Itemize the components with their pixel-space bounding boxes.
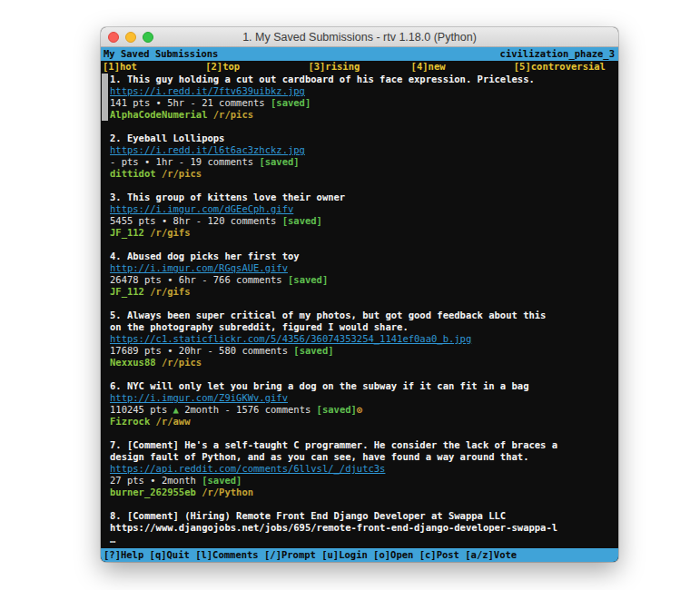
submission-stats: - pts • 1hr - 19 comments [saved] xyxy=(110,156,615,168)
submission-byline: AlphaCodeNumerial /r/pics xyxy=(110,109,615,121)
truncation-ellipsis: … xyxy=(110,534,615,546)
submission-item-7[interactable]: 7. [Comment] He's a self-taught C progra… xyxy=(101,439,615,498)
submission-item-2[interactable]: 2. Eyeball Lollipops https://i.redd.it/l… xyxy=(101,133,615,180)
submission-title: 7. [Comment] He's a self-taught C progra… xyxy=(110,439,615,463)
submission-link[interactable]: https://api.reddit.com/comments/6llvsl/_… xyxy=(110,463,615,475)
submission-stats: 27 pts • 2month [saved] xyxy=(110,475,615,487)
saved-badge: [saved] xyxy=(293,345,333,356)
submission-stats: 5455 pts • 8hr - 120 comments [saved] xyxy=(110,215,615,227)
submission-stats: 110245 pts ▲ 2month - 1576 comments [sav… xyxy=(110,404,615,416)
zoom-icon[interactable] xyxy=(143,32,153,43)
traffic-lights xyxy=(108,32,153,43)
age-comments: 1hr - 19 comments xyxy=(150,156,259,167)
points: - pts xyxy=(110,156,144,167)
sort-menu: [1]hot [2]top [3]rising [4]new [5]contro… xyxy=(101,61,618,73)
menu-item-new[interactable]: [4]new xyxy=(411,61,514,73)
age-comments: 6hr - 766 comments xyxy=(173,274,288,285)
status-bar: [?]Help [q]Quit [l]Comments [/]Prompt [u… xyxy=(101,548,618,562)
points: 27 pts xyxy=(110,475,150,486)
submission-byline: Nexxus88 /r/pics xyxy=(110,357,615,369)
submission-link[interactable]: https://i.redd.it/l6t6ac3zhckz.jpg xyxy=(110,144,615,156)
submission-title: 1. This guy holding a cut out cardboard … xyxy=(110,74,615,85)
subreddit: /r/aww xyxy=(150,416,190,427)
points: 17689 pts xyxy=(110,345,167,356)
author: burner_262955eb xyxy=(110,487,196,497)
terminal-content: My Saved Submissions civilization_phaze_… xyxy=(101,47,618,562)
submission-byline: burner_262955eb /r/Python xyxy=(110,487,615,498)
submission-byline: Fizrock /r/aww xyxy=(110,416,615,428)
points: 110245 pts xyxy=(110,404,173,415)
points: 26478 pts xyxy=(110,274,167,285)
keybinding-help: [?]Help [q]Quit [l]Comments [/]Prompt [u… xyxy=(104,549,517,561)
submission-link[interactable]: https://c1.staticflickr.com/5/4356/36074… xyxy=(110,333,615,345)
submission-list: 1. This guy holding a cut out cardboard … xyxy=(101,73,618,548)
subreddit: /r/gifs xyxy=(144,286,191,297)
saved-badge: [saved] xyxy=(288,274,328,285)
submission-link[interactable]: http://i.imgur.com/Z9iGKWv.gifv xyxy=(110,392,615,404)
author: Fizrock xyxy=(110,416,150,427)
subreddit: /r/gifs xyxy=(144,227,191,238)
menu-item-rising[interactable]: [3]rising xyxy=(308,61,410,73)
submission-byline: dittidot /r/pics xyxy=(110,168,615,180)
submission-body-url: https://www.djangojobs.net/jobs/695/remo… xyxy=(110,522,615,534)
terminal-window: 1. My Saved Submissions - rtv 1.18.0 (Py… xyxy=(101,27,618,562)
submission-title: 4. Abused dog picks her first toy xyxy=(110,251,615,262)
age-comments: 2month xyxy=(156,475,202,486)
submission-item-6[interactable]: 6. NYC will only let you bring a dog on … xyxy=(101,380,615,428)
author: Nexxus88 xyxy=(110,357,156,368)
age-comments: 2month - 1576 comments xyxy=(179,404,317,415)
author: AlphaCodeNumerial xyxy=(110,109,207,120)
submission-item-8[interactable]: 8. [Comment] (Hiring) Remote Front End D… xyxy=(101,510,615,546)
submission-stats: 141 pts • 5hr - 21 comments [saved] xyxy=(110,97,615,109)
window-title: 1. My Saved Submissions - rtv 1.18.0 (Py… xyxy=(242,31,477,44)
logged-in-username: civilization_phaze_3 xyxy=(500,48,615,60)
submission-item-1[interactable]: 1. This guy holding a cut out cardboard … xyxy=(101,74,615,121)
submission-stats: 17689 pts • 20hr - 580 comments [saved] xyxy=(110,345,615,357)
points: 141 pts xyxy=(110,97,156,108)
submission-title: 8. [Comment] (Hiring) Remote Front End D… xyxy=(110,510,615,522)
submission-link[interactable]: https://i.redd.it/7ftv639uibkz.jpg xyxy=(110,85,615,97)
age-comments: 5hr - 21 comments xyxy=(162,97,271,108)
saved-badge: [saved] xyxy=(282,215,322,226)
menu-item-hot[interactable]: [1]hot xyxy=(103,61,205,73)
saved-badge: [saved] xyxy=(317,404,357,415)
submission-byline: JF_112 /r/gifs xyxy=(110,286,615,298)
submission-item-3[interactable]: 3. This group of kittens love their owne… xyxy=(101,192,615,239)
menu-item-top[interactable]: [2]top xyxy=(205,61,308,73)
gilded-icon: ⊙ xyxy=(357,404,362,415)
subreddit: /r/pics xyxy=(207,109,253,120)
header-bar: My Saved Submissions civilization_phaze_… xyxy=(101,47,618,61)
saved-badge: [saved] xyxy=(202,475,242,486)
author: JF_112 xyxy=(110,227,144,238)
titlebar[interactable]: 1. My Saved Submissions - rtv 1.18.0 (Py… xyxy=(101,27,618,47)
minimize-icon[interactable] xyxy=(125,32,136,43)
saved-badge: [saved] xyxy=(271,97,311,108)
subreddit: /r/pics xyxy=(156,357,202,368)
page-title: My Saved Submissions xyxy=(104,48,218,60)
submission-stats: 26478 pts • 6hr - 766 comments [saved] xyxy=(110,274,615,286)
age-comments: 8hr - 120 comments xyxy=(167,215,281,226)
submission-title: 5. Always been super critical of my phot… xyxy=(110,310,615,333)
saved-badge: [saved] xyxy=(259,156,299,167)
subreddit: /r/Python xyxy=(196,487,253,497)
submission-title: 2. Eyeball Lollipops xyxy=(110,133,615,144)
submission-item-5[interactable]: 5. Always been super critical of my phot… xyxy=(101,310,615,369)
submission-link[interactable]: https://i.imgur.com/dGEeCph.gifv xyxy=(110,203,615,215)
subreddit: /r/pics xyxy=(156,168,202,179)
close-icon[interactable] xyxy=(108,32,119,43)
submission-item-4[interactable]: 4. Abused dog picks her first toy http:/… xyxy=(101,251,615,298)
submission-title: 3. This group of kittens love their owne… xyxy=(110,192,615,203)
submission-byline: JF_112 /r/gifs xyxy=(110,227,615,239)
author: JF_112 xyxy=(110,286,144,297)
age-comments: 20hr - 580 comments xyxy=(173,345,294,356)
author: dittidot xyxy=(110,168,156,179)
submission-link[interactable]: http://i.imgur.com/RGqsAUE.gifv xyxy=(110,262,615,274)
submission-title: 6. NYC will only let you bring a dog on … xyxy=(110,380,615,392)
points: 5455 pts xyxy=(110,215,162,226)
menu-item-controversial[interactable]: [5]controversial xyxy=(514,61,616,73)
